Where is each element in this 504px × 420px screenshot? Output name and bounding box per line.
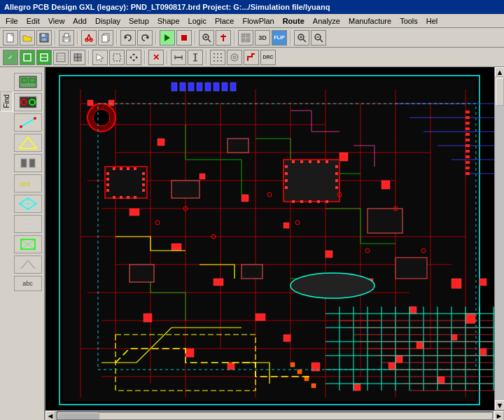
- sep2-3: [167, 50, 168, 64]
- svg-rect-200: [335, 186, 338, 189]
- scroll-up-btn[interactable]: ▲: [495, 67, 504, 77]
- btn-copy[interactable]: [98, 30, 113, 46]
- left-btn-1[interactable]: [14, 73, 42, 91]
- svg-point-68: [233, 56, 236, 59]
- btn2-dim-h[interactable]: [171, 50, 186, 65]
- left-btn-9[interactable]: [14, 235, 42, 253]
- svg-rect-27: [242, 38, 245, 41]
- left-btn-3[interactable]: [14, 113, 42, 132]
- svg-rect-225: [172, 181, 200, 198]
- menu-flowplan[interactable]: FlowPlan: [238, 15, 278, 27]
- left-btn-7[interactable]: [14, 195, 42, 213]
- btn2-select[interactable]: [109, 50, 125, 65]
- btn-ratsnest[interactable]: [238, 30, 253, 46]
- svg-rect-149: [105, 167, 147, 198]
- left-btn-11[interactable]: abc: [14, 276, 42, 291]
- menu-help[interactable]: Hel: [422, 15, 442, 27]
- menu-edit[interactable]: Edit: [22, 15, 44, 27]
- svg-point-62: [217, 57, 218, 58]
- menu-shape[interactable]: Shape: [153, 15, 184, 27]
- menu-route[interactable]: Route: [279, 15, 309, 27]
- left-btn-5[interactable]: [14, 154, 42, 172]
- svg-rect-262: [312, 384, 316, 388]
- v-scrollbar[interactable]: ▲ ▼: [494, 67, 504, 410]
- svg-rect-163: [120, 196, 122, 199]
- menu-display[interactable]: Display: [91, 15, 125, 27]
- btn-save[interactable]: [36, 30, 52, 46]
- menu-manufacture[interactable]: Manufacture: [344, 15, 396, 27]
- menu-analyze[interactable]: Analyze: [309, 15, 344, 27]
- btn-open[interactable]: [20, 30, 35, 46]
- svg-marker-46: [97, 54, 104, 62]
- menu-view[interactable]: View: [44, 15, 69, 27]
- btn-flip[interactable]: FLIP: [272, 30, 287, 46]
- svg-rect-196: [285, 186, 288, 189]
- svg-rect-3: [41, 34, 46, 37]
- btn-pin[interactable]: [216, 30, 231, 46]
- btn-new[interactable]: [3, 30, 18, 46]
- svg-rect-122: [200, 174, 205, 179]
- menu-place[interactable]: Place: [211, 15, 239, 27]
- svg-rect-146: [479, 279, 486, 286]
- scroll-down-btn[interactable]: ▼: [495, 400, 504, 410]
- btn-undo[interactable]: [120, 30, 136, 46]
- menu-setup[interactable]: Setup: [125, 15, 153, 27]
- svg-line-30: [303, 39, 306, 42]
- sep-1: [55, 31, 56, 45]
- h-scroll-thumb[interactable]: [57, 412, 99, 419]
- menu-add[interactable]: Add: [69, 15, 91, 27]
- btn-zoom-fit[interactable]: [199, 30, 214, 46]
- btn-zoom-out[interactable]: [311, 30, 326, 46]
- svg-rect-131: [214, 279, 223, 286]
- btn2-t1[interactable]: ✓: [3, 50, 18, 65]
- svg-rect-13: [102, 35, 108, 42]
- menu-tools[interactable]: Tools: [396, 15, 422, 27]
- btn2-t3[interactable]: [36, 50, 52, 65]
- h-scroll-track[interactable]: [57, 412, 493, 420]
- svg-rect-201: [292, 160, 295, 163]
- btn-print[interactable]: [59, 30, 74, 46]
- h-scrollbar[interactable]: ◄ ►: [46, 410, 504, 420]
- svg-rect-1: [11, 34, 13, 36]
- btn-stop[interactable]: [176, 30, 192, 46]
- svg-rect-254: [197, 83, 202, 91]
- svg-rect-222: [465, 161, 470, 164]
- btn2-t4[interactable]: [53, 50, 69, 65]
- svg-rect-119: [88, 100, 93, 106]
- btn2-t2[interactable]: [20, 50, 35, 65]
- svg-rect-132: [255, 314, 265, 321]
- btn2-route[interactable]: [244, 50, 259, 65]
- svg-rect-193: [285, 165, 288, 168]
- left-btn-2[interactable]: [14, 93, 42, 111]
- btn2-via[interactable]: [227, 50, 242, 65]
- svg-rect-214: [465, 116, 470, 119]
- btn-redo[interactable]: [137, 30, 153, 46]
- scroll-thumb[interactable]: [496, 78, 504, 106]
- scroll-right-btn[interactable]: ►: [494, 411, 504, 421]
- left-btn-10[interactable]: [14, 255, 42, 274]
- btn-zoom-in[interactable]: [294, 30, 309, 46]
- pcb-canvas[interactable]: ▲ ▼ ◄ ►: [46, 67, 504, 420]
- btn2-grid[interactable]: [210, 50, 225, 65]
- menu-file[interactable]: File: [1, 15, 22, 27]
- title-bar: Allegro PCB Design GXL (legacy): PND_LT0…: [0, 0, 504, 14]
- svg-rect-121: [158, 139, 164, 146]
- btn2-t5[interactable]: [70, 50, 85, 65]
- left-btn-8[interactable]: [14, 215, 42, 233]
- left-btn-6[interactable]: uni: [14, 174, 42, 192]
- btn2-dim-v[interactable]: [188, 50, 203, 65]
- svg-rect-224: [465, 172, 470, 175]
- btn2-move[interactable]: [126, 50, 141, 65]
- btn-3d[interactable]: 3D: [255, 30, 270, 46]
- btn2-cursor[interactable]: [92, 50, 108, 65]
- svg-rect-44: [74, 57, 78, 61]
- btn-cut[interactable]: [81, 30, 97, 46]
- scroll-left-btn[interactable]: ◄: [46, 411, 55, 421]
- menu-logic[interactable]: Logic: [184, 15, 211, 27]
- btn2-delete[interactable]: ✕: [148, 50, 164, 65]
- btn-run[interactable]: [160, 30, 175, 46]
- left-btn-4[interactable]: [14, 134, 42, 152]
- find-tab[interactable]: Find: [0, 91, 13, 111]
- svg-rect-43: [78, 54, 81, 57]
- btn2-drc[interactable]: DRC: [260, 50, 276, 65]
